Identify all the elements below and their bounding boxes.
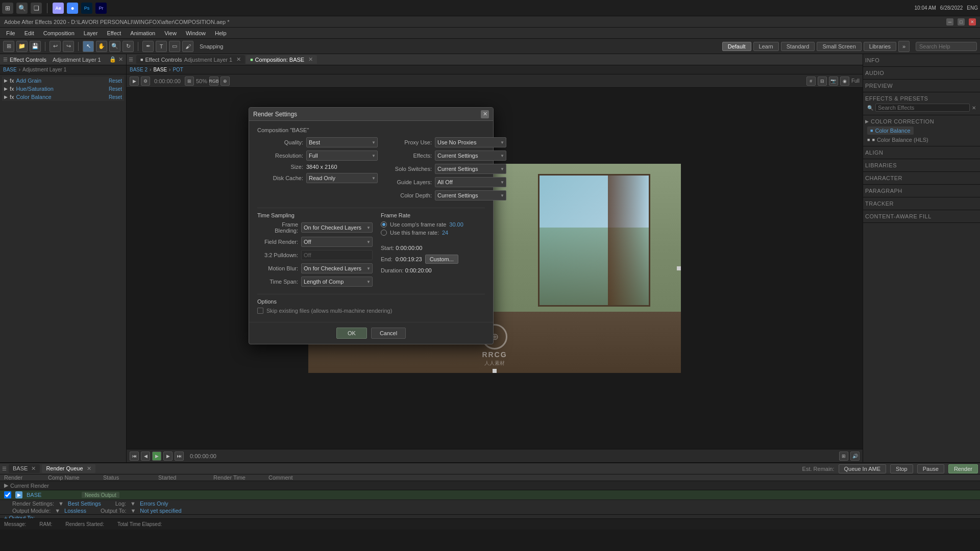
- stop-btn[interactable]: Stop: [890, 464, 913, 473]
- minimize-button[interactable]: ─: [946, 18, 953, 26]
- color-balance-reset[interactable]: Reset: [109, 94, 122, 100]
- play-btn[interactable]: ▶: [152, 452, 161, 461]
- effects-search-input[interactable]: [875, 104, 970, 112]
- menu-composition[interactable]: Composition: [39, 29, 79, 37]
- effects-select[interactable]: Current Settings All On All Off: [435, 151, 506, 161]
- text-tool[interactable]: T: [156, 41, 167, 52]
- cancel-button[interactable]: Cancel: [371, 328, 406, 339]
- comp-tab-close[interactable]: ✕: [308, 56, 313, 63]
- time-span-select[interactable]: Length of Comp Work Area Only Custom: [301, 277, 373, 287]
- motion-blur-select[interactable]: On for Checked Layers On for All Layers …: [301, 263, 373, 273]
- search-icon[interactable]: 🔍: [16, 3, 28, 14]
- search-input[interactable]: [916, 42, 977, 51]
- effects-close-icon[interactable]: ✕: [972, 105, 976, 111]
- prev-frame-btn[interactable]: ◀: [141, 452, 150, 461]
- output-module-arrow[interactable]: ▼: [55, 508, 60, 514]
- resize-handle-bottom[interactable]: [493, 369, 497, 373]
- render-settings-value[interactable]: Best Settings: [68, 500, 101, 507]
- effect-controls-tab[interactable]: Effect Controls: [10, 57, 46, 63]
- rotate-tool[interactable]: ↻: [122, 41, 134, 52]
- workspace-more-btn[interactable]: »: [898, 41, 910, 52]
- hue-saturation-group[interactable]: ▶ fx Hue/Saturation Reset: [2, 85, 124, 93]
- menu-effect[interactable]: Effect: [103, 29, 125, 37]
- resize-handle-right[interactable]: [677, 266, 681, 270]
- select-tool[interactable]: ↖: [83, 41, 94, 52]
- render-queue-tab[interactable]: Render Queue ✕: [42, 464, 95, 473]
- panel-lock-icon[interactable]: 🔒: [109, 56, 116, 63]
- quality-select[interactable]: Best Draft Wireframe: [306, 137, 378, 147]
- ok-button[interactable]: OK: [336, 328, 367, 339]
- workspace-default[interactable]: Default: [722, 42, 751, 51]
- color-balance-item[interactable]: ■ Color Balance: [865, 126, 978, 136]
- workspace-small-screen[interactable]: Small Screen: [817, 42, 861, 51]
- log-value[interactable]: Errors Only: [140, 500, 168, 507]
- frame-blending-select[interactable]: On for Checked Layers On for All Layers …: [301, 222, 373, 233]
- effect-controls-comp-tab[interactable]: ■ Effect Controls Adjustment Layer 1 ✕: [136, 55, 245, 64]
- output-module-value[interactable]: Lossless: [64, 508, 86, 514]
- disk-cache-select[interactable]: Read Only Current Settings: [306, 173, 378, 183]
- breadcrumb-base[interactable]: BASE: [3, 67, 17, 72]
- first-frame-btn[interactable]: ⏮: [130, 452, 139, 461]
- dialog-close-btn[interactable]: ✕: [481, 110, 489, 118]
- audio-btn[interactable]: 🔊: [850, 452, 860, 461]
- menu-animation[interactable]: Animation: [126, 29, 159, 37]
- composition-tab[interactable]: ■ Composition: BASE ✕: [246, 55, 317, 64]
- guide-layers-select[interactable]: All Off All On Current Settings: [435, 177, 506, 187]
- proxy-use-select[interactable]: Use No Proxies Use All Proxies Use Comp …: [435, 137, 506, 147]
- menu-layer[interactable]: Layer: [80, 29, 102, 37]
- panel-close-icon[interactable]: ✕: [118, 56, 123, 63]
- output-to-value[interactable]: Not yet specified: [140, 508, 181, 514]
- custom-btn[interactable]: Custom...: [425, 255, 458, 264]
- base-comp-tab[interactable]: BASE ✕: [9, 464, 40, 473]
- undo-btn[interactable]: ↩: [50, 41, 61, 52]
- menu-file[interactable]: File: [2, 29, 19, 37]
- preview-quality-btn[interactable]: ⚙: [141, 77, 150, 86]
- grid-btn[interactable]: #: [806, 77, 816, 86]
- color-balance-group[interactable]: ▶ fx Color Balance Reset: [2, 93, 124, 101]
- use-this-fps-value[interactable]: 24: [442, 230, 448, 236]
- maximize-button[interactable]: □: [958, 18, 965, 26]
- field-render-select[interactable]: Off Upper Field First Lower Field First: [301, 237, 373, 247]
- rulers-btn[interactable]: ⊟: [818, 77, 827, 86]
- open-btn[interactable]: 📁: [16, 41, 28, 52]
- add-grain-group[interactable]: ▶ fx Add Grain Reset: [2, 77, 124, 85]
- render-queue-close[interactable]: ✕: [87, 465, 91, 471]
- base-tab-close[interactable]: ✕: [31, 465, 36, 471]
- zoom-fit-btn[interactable]: ⊞: [185, 77, 194, 86]
- premiere-icon[interactable]: Pr: [95, 3, 107, 14]
- resolution-select[interactable]: Full Half Third Quarter Custom: [306, 151, 378, 161]
- redo-btn[interactable]: ↪: [63, 41, 74, 52]
- browser-icon[interactable]: ●: [67, 3, 78, 14]
- task-view-icon[interactable]: ❑: [31, 3, 42, 14]
- add-grain-reset[interactable]: Reset: [109, 78, 122, 84]
- color-correction-arrow[interactable]: ▶: [865, 119, 869, 124]
- close-button[interactable]: ✕: [969, 18, 976, 26]
- color-depth-select[interactable]: Current Settings 8 bpc 16 bpc 32 bpc: [435, 190, 506, 201]
- color-mgmt-btn[interactable]: ⊕: [220, 77, 230, 86]
- paint-tool[interactable]: 🖌: [182, 41, 193, 52]
- log-arrow[interactable]: ▼: [130, 500, 136, 507]
- last-frame-btn[interactable]: ⏭: [175, 452, 184, 461]
- snapshot-btn[interactable]: 📷: [829, 77, 838, 86]
- hue-sat-reset[interactable]: Reset: [109, 86, 122, 92]
- use-comp-fps-radio[interactable]: [381, 221, 387, 228]
- hand-tool[interactable]: ✋: [96, 41, 107, 52]
- add-output-btn[interactable]: + Output To:: [4, 515, 35, 518]
- save-btn[interactable]: 💾: [30, 41, 41, 52]
- menu-window[interactable]: Window: [182, 29, 210, 37]
- channels-btn[interactable]: RGB: [209, 77, 218, 86]
- next-frame-btn[interactable]: ▶: [163, 452, 173, 461]
- use-this-fps-radio[interactable]: [381, 230, 387, 236]
- queue-in-ame-btn[interactable]: Queue In AME: [839, 464, 887, 473]
- shape-tool[interactable]: ▭: [169, 41, 180, 52]
- reset-exposure-btn[interactable]: ◉: [840, 77, 849, 86]
- render-item-checkbox[interactable]: [4, 491, 11, 498]
- menu-edit[interactable]: Edit: [20, 29, 38, 37]
- pen-tool[interactable]: ✒: [142, 41, 154, 52]
- always-preview-btn[interactable]: ▶: [130, 77, 139, 86]
- color-balance-tag[interactable]: ■ Color Balance: [867, 127, 914, 135]
- menu-view[interactable]: View: [160, 29, 181, 37]
- new-project-btn[interactable]: ⊞: [3, 41, 14, 52]
- workspace-standard[interactable]: Standard: [781, 42, 815, 51]
- windows-icon[interactable]: ⊞: [2, 3, 13, 14]
